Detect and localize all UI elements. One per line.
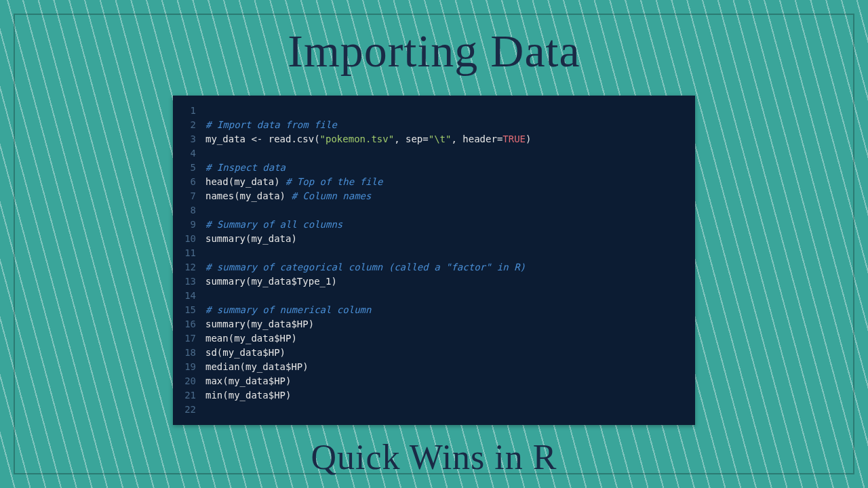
code-line: 1	[173, 104, 688, 118]
code-line: 13summary(my_data$Type_1)	[173, 274, 688, 289]
code-content: sd(my_data$HP)	[205, 346, 688, 360]
slide-subtitle: Quick Wins in R	[311, 437, 557, 477]
code-content: min(my_data$HP)	[205, 388, 688, 403]
line-number: 13	[173, 274, 205, 289]
line-number: 1	[173, 104, 205, 118]
code-content	[205, 403, 688, 417]
code-content	[205, 146, 688, 161]
code-content: # Summary of all columns	[205, 218, 688, 232]
code-content: head(my_data) # Top of the file	[205, 175, 688, 189]
code-line: 21min(my_data$HP)	[173, 388, 688, 403]
code-content: names(my_data) # Column names	[205, 189, 688, 203]
code-content: # Inspect data	[205, 161, 688, 175]
line-number: 11	[173, 246, 205, 260]
code-content: median(my_data$HP)	[205, 360, 688, 374]
slide-title: Importing Data	[288, 24, 580, 78]
line-number: 18	[173, 346, 205, 360]
line-number: 17	[173, 331, 205, 346]
code-content	[205, 104, 688, 118]
line-number: 15	[173, 303, 205, 317]
code-line: 10summary(my_data)	[173, 232, 688, 246]
code-line: 22	[173, 403, 688, 417]
code-line: 15# summary of numerical column	[173, 303, 688, 317]
line-number: 14	[173, 289, 205, 303]
line-number: 6	[173, 175, 205, 189]
line-number: 4	[173, 146, 205, 161]
code-line: 5# Inspect data	[173, 161, 688, 175]
code-content	[205, 203, 688, 218]
code-line: 9# Summary of all columns	[173, 218, 688, 232]
code-line: 11	[173, 246, 688, 260]
line-number: 12	[173, 260, 205, 274]
line-number: 9	[173, 218, 205, 232]
code-line: 3my_data <- read.csv("pokemon.tsv", sep=…	[173, 132, 688, 146]
line-number: 21	[173, 388, 205, 403]
code-line: 17mean(my_data$HP)	[173, 331, 688, 346]
code-content: my_data <- read.csv("pokemon.tsv", sep="…	[205, 132, 688, 146]
code-line: 7names(my_data) # Column names	[173, 189, 688, 203]
code-line: 2# Import data from file	[173, 118, 688, 132]
code-content: max(my_data$HP)	[205, 374, 688, 388]
code-line: 8	[173, 203, 688, 218]
slide-frame: Importing Data 1 2# Import data from fil…	[14, 14, 854, 474]
code-line: 4	[173, 146, 688, 161]
line-number: 5	[173, 161, 205, 175]
code-content: mean(my_data$HP)	[205, 331, 688, 346]
code-line: 14	[173, 289, 688, 303]
code-content	[205, 289, 688, 303]
line-number: 19	[173, 360, 205, 374]
code-content: summary(my_data)	[205, 232, 688, 246]
code-content: summary(my_data$Type_1)	[205, 274, 688, 289]
code-line: 20max(my_data$HP)	[173, 374, 688, 388]
code-content: # Import data from file	[205, 118, 688, 132]
line-number: 20	[173, 374, 205, 388]
line-number: 7	[173, 189, 205, 203]
code-line: 19median(my_data$HP)	[173, 360, 688, 374]
line-number: 10	[173, 232, 205, 246]
line-number: 2	[173, 118, 205, 132]
code-content: summary(my_data$HP)	[205, 317, 688, 331]
line-number: 8	[173, 203, 205, 218]
line-number: 22	[173, 403, 205, 417]
code-line: 18sd(my_data$HP)	[173, 346, 688, 360]
code-editor: 1 2# Import data from file3my_data <- re…	[173, 96, 695, 425]
code-content	[205, 246, 688, 260]
code-content: # summary of numerical column	[205, 303, 688, 317]
line-number: 3	[173, 132, 205, 146]
code-line: 6head(my_data) # Top of the file	[173, 175, 688, 189]
line-number: 16	[173, 317, 205, 331]
code-content: # summary of categorical column (called …	[205, 260, 688, 274]
code-line: 16summary(my_data$HP)	[173, 317, 688, 331]
code-line: 12# summary of categorical column (calle…	[173, 260, 688, 274]
